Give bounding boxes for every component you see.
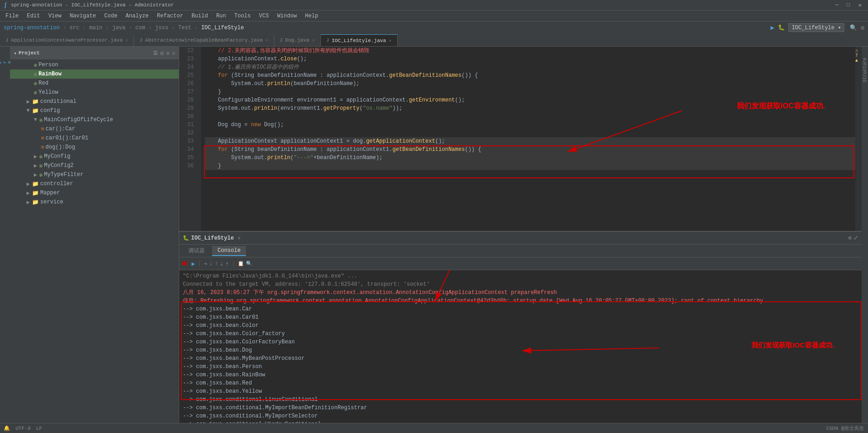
minimize-button[interactable]: — [832,2,841,8]
debug-btn-filter[interactable]: 🔍 [246,261,252,267]
debug-tab-debugger[interactable]: 调试器 [183,246,210,256]
tree-item-rainbow[interactable]: ◉ RainBow [10,69,179,79]
structure-tab[interactable]: Structure [863,58,868,82]
tree-item-dog[interactable]: m dog():Dog [10,143,179,152]
tab-label-ioc: IOC_LifeStyle.java [332,38,386,43]
mytypefilter-arrow: ▶ [34,171,39,178]
debug-btn-run-to[interactable]: ⇣ [220,260,224,267]
tree-item-controller[interactable]: ▶ 📁 controller [10,179,179,188]
menu-vcs[interactable]: VCS [256,12,273,20]
status-line-sep[interactable]: LF [36,426,42,431]
maximize-button[interactable]: □ [844,2,853,8]
debug-expand-icon[interactable]: ⤢ [853,235,858,241]
tab-icon-dog: J [280,38,282,43]
code-line-28: ConfigurableEnvironment environment1 = a… [205,96,855,104]
sidebar-close-icon[interactable]: ✕ [172,50,175,56]
debug-btn-evaluate[interactable]: ⇡ [225,260,229,267]
menu-code[interactable]: Code [101,12,121,20]
tree-item-mapper[interactable]: ▶ 📁 Mapper [10,188,179,198]
sidebar-settings-icon[interactable]: ⚙ [166,50,170,56]
sidebar-dropdown-icon[interactable]: ▾ [14,50,17,56]
status-event-log[interactable]: 🔔 [4,425,10,431]
person-icon: ◉ [34,62,37,69]
tree-item-conditional[interactable]: ▶ 📁 conditional [10,97,179,106]
breadcrumb-project[interactable]: spring-annotation [4,25,59,31]
tab-dog[interactable]: J Dog.java ✕ [274,34,321,46]
tree-item-mytypefilter[interactable]: ▶ ◉ MyTypeFilter [10,170,179,179]
breadcrumb-jsxs[interactable]: jsxs [155,25,168,31]
status-encoding[interactable]: UTF-8 [16,426,31,431]
debug-toolbar: ⏹ ▶ | ↷ ↓ ↑ ⇣ ⇡ | 📋 🔍 [179,257,862,270]
sidebar-collapse-icon[interactable]: ⊟ [160,50,164,56]
tree-item-car[interactable]: m car():Car [10,124,179,134]
menu-help[interactable]: Help [301,12,322,20]
tab-close-applicationcontext[interactable]: ✕ [125,37,128,43]
menu-window[interactable]: Window [273,12,300,20]
breadcrumb-com[interactable]: com [135,25,145,31]
console-output[interactable]: "C:\Program Files\Java\jdk1.8.0_144\bin\… [179,270,862,423]
toolbar-run-icon[interactable]: ▶ [771,24,774,32]
debug-settings-icon[interactable]: ⚙ [848,235,852,241]
menu-navigate[interactable]: Navigate [66,12,100,20]
sidebar-gear-icon[interactable]: ☰ [153,50,158,56]
console-line-car01: --> com.jsxs.bean.Car01 [183,313,858,321]
tab-close-ioc[interactable]: ✕ [389,38,392,43]
debug-btn-resume[interactable]: ▶ [192,260,195,267]
tab-ioc-lifestyle[interactable]: J IOC_LifeStyle.java ✕ [321,34,398,46]
tree-item-yellow[interactable]: ◉ Yellow [10,88,179,97]
title-bar-controls[interactable]: — □ ✕ [832,2,864,9]
tab-applicationcontext[interactable]: J ApplicationContextAwareProcessor.java … [0,34,134,46]
left-icon-project[interactable]: Pro [0,48,10,76]
close-button[interactable]: ✕ [856,2,864,9]
breadcrumb-main[interactable]: main [89,25,102,31]
tree-label-red: Red [38,80,48,86]
debug-btn-clear[interactable]: 📋 [238,261,244,267]
tree-item-red[interactable]: ◉ Red [10,79,179,88]
left-icon-strip: Pro [0,47,10,423]
toolbar-debug-icon[interactable]: 🐛 [778,24,785,31]
tree-item-myconfig[interactable]: ▶ ◉ MyConfig [10,152,179,161]
breadcrumb-java[interactable]: java [112,25,126,31]
tree-item-mainconfig[interactable]: ▼ ◉ MainConfigOfLifeCycle [10,115,179,124]
code-lines[interactable]: // 2.关闭容器,当容器关闭的时候我们所有的组件也就会销毁 applicati… [201,47,855,231]
menu-analyze[interactable]: Analyze [122,12,152,20]
breadcrumb-src[interactable]: src [69,25,80,31]
tree-item-service[interactable]: ▶ 📁 service [10,198,179,207]
debug-close[interactable]: ✕ [238,235,241,241]
tab-label-abstractautowire: AbstractAutowireCapableBeanFactory.java [145,37,262,43]
tree-label-config: config [40,107,60,114]
tree-item-config[interactable]: ▼ 📁 config [10,106,179,115]
console-line-mybeanpostprocessor: --> com.jsxs.bean.MyBeanPostProcessor [183,354,858,363]
debug-btn-stop[interactable]: ⏹ [182,260,188,267]
right-strip: Structure [862,47,868,423]
tab-close-abstractautowire[interactable]: ✕ [266,37,268,43]
tree-label-mytypefilter: MyTypeFilter [44,171,83,178]
myconfig2-arrow: ▶ [34,162,39,169]
breadcrumb-test[interactable]: Test [178,25,192,31]
menu-run[interactable]: Run [213,12,230,20]
menu-file[interactable]: File [2,12,22,20]
tab-abstractautowire[interactable]: J AbstractAutowireCapableBeanFactory.jav… [134,34,274,46]
tree-item-person[interactable]: ◉ Person [10,60,179,69]
menu-tools[interactable]: Tools [231,12,255,20]
tree-item-myconfig2[interactable]: ▶ ◉ MyConfig2 [10,161,179,170]
status-left: 🔔 UTF-8 LF [4,425,42,431]
toolbar-search-icon[interactable]: 🔍 [850,24,857,32]
toolbar-settings-icon[interactable]: ⚙ [861,24,864,32]
debug-tab-console[interactable]: Console [212,246,246,256]
console-line-color: --> com.jsxs.bean.Color [183,321,858,330]
sidebar-header-icons: ☰ ⊟ ⚙ ✕ [153,50,175,56]
debug-btn-step-out[interactable]: ↑ [215,260,218,267]
tree-item-car01[interactable]: m car01():Car01 [10,134,179,143]
tab-icon-applicationcontext: J [5,38,8,43]
tab-close-dog[interactable]: ✕ [312,37,315,43]
menu-edit[interactable]: Edit [23,12,44,20]
code-line-26: System.out.println(beanDefinitionName); [205,80,855,88]
debug-btn-step-into[interactable]: ↓ [209,260,213,267]
menu-refactor[interactable]: Refactor [153,12,187,20]
menu-build[interactable]: Build [188,12,212,20]
debug-btn-step-over[interactable]: ↷ [204,260,208,267]
console-line-rainbow: --> com.jsxs.bean.RainBow [183,371,858,379]
menu-view[interactable]: View [45,12,65,20]
toolbar-config-dropdown[interactable]: IOC_LifeStyle ▾ [788,23,844,32]
